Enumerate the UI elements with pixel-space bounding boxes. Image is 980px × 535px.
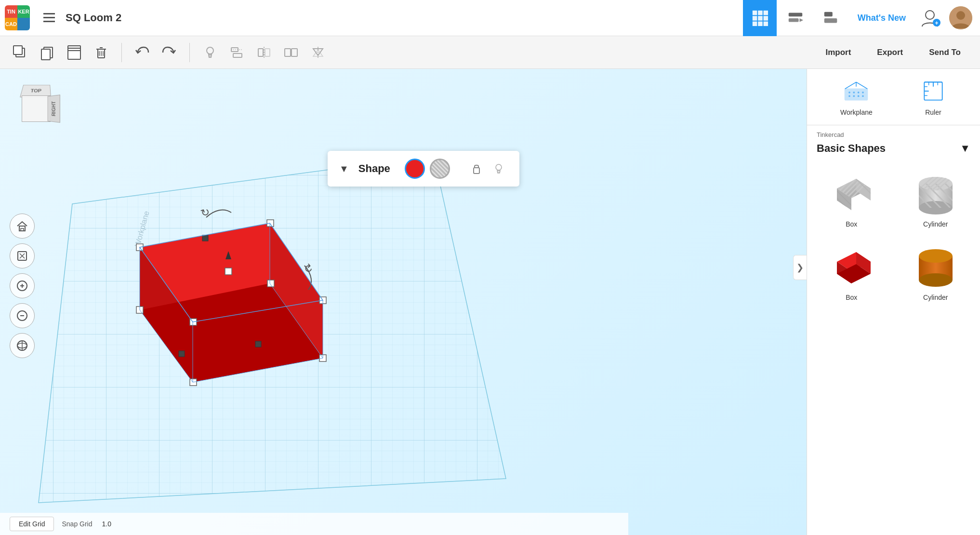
shape-panel-title: Shape (358, 162, 390, 175)
hole-button[interactable] (430, 159, 450, 179)
3d-box[interactable]: ↻ ↻ (87, 180, 357, 450)
svg-rect-11 (763, 22, 768, 26)
svg-rect-53 (21, 228, 24, 231)
fit-view-button[interactable] (10, 243, 35, 268)
shapes-dropdown[interactable]: Basic Shapes ▼ (817, 139, 970, 158)
nav-simulation-button[interactable] (814, 0, 848, 36)
orientation-cube[interactable]: TOP RIGHT (14, 83, 58, 127)
shape-box-solid-label: Box (846, 294, 857, 301)
tinkercad-logo[interactable]: TIN KER CAD (5, 5, 30, 30)
ruler-tool[interactable]: Ruler (920, 78, 947, 116)
nav-3d-button[interactable] (743, 0, 777, 36)
svg-rect-6 (753, 16, 757, 20)
group-button[interactable] (278, 40, 304, 65)
svg-rect-95 (845, 89, 868, 100)
svg-rect-23 (13, 46, 22, 54)
home-view-button[interactable] (10, 214, 35, 239)
import-button[interactable]: Import (814, 42, 862, 63)
shapes-source: Tinkercad (817, 131, 970, 138)
svg-rect-25 (41, 49, 50, 60)
sidebar-collapse-handle[interactable]: ❯ (793, 255, 807, 280)
bottom-bar: Edit Grid Snap Grid 1.0 (0, 513, 628, 535)
top-navigation: TIN KER CAD SQ Loom 2 (0, 0, 980, 36)
user-avatar (949, 6, 972, 29)
svg-point-17 (926, 11, 934, 19)
logo-i: KER (17, 5, 30, 18)
svg-point-106 (862, 95, 864, 97)
shape-box-solid[interactable]: Box (812, 238, 891, 306)
lock-button[interactable] (467, 160, 486, 178)
user-button[interactable]: + (915, 0, 944, 36)
lightbulb-button[interactable] (198, 40, 223, 65)
right-sidebar: Workplane Ruler Tinke (807, 69, 980, 535)
delete-button[interactable] (89, 40, 114, 65)
svg-rect-8 (763, 16, 768, 20)
undo-button[interactable] (130, 40, 155, 65)
svg-line-97 (856, 82, 867, 89)
avatar-button[interactable] (946, 0, 975, 36)
logo-n: CAD (5, 18, 17, 30)
svg-rect-0 (43, 13, 55, 14)
svg-text:+: + (935, 20, 938, 27)
sep-1 (121, 43, 122, 62)
align-button[interactable] (225, 40, 250, 65)
cube-right-face: RIGHT (48, 94, 60, 123)
svg-point-154 (919, 249, 953, 263)
svg-rect-7 (758, 16, 762, 20)
clipboard-group (8, 40, 114, 65)
history-group (130, 40, 182, 65)
svg-rect-1 (43, 17, 55, 18)
flip-button[interactable] (305, 40, 331, 65)
duplicate-button[interactable] (8, 40, 33, 65)
svg-rect-4 (758, 11, 762, 15)
svg-rect-3 (753, 11, 757, 15)
shape-cylinder-solid[interactable]: Cylinder (896, 238, 976, 306)
logo-k (17, 18, 30, 30)
shape-cylinder-solid-label: Cylinder (923, 294, 948, 301)
svg-rect-44 (291, 49, 297, 56)
project-title[interactable]: SQ Loom 2 (66, 12, 743, 24)
svg-text:↻: ↻ (199, 205, 211, 220)
grid-menu-button[interactable] (37, 5, 62, 30)
nav-codeblocks-button[interactable] (779, 0, 812, 36)
whats-new-button[interactable]: What's New (850, 0, 914, 36)
svg-rect-40 (258, 49, 263, 56)
main-area: Workplane TOP RIGHT (0, 69, 980, 535)
shape-panel-dropdown[interactable]: ▼ (339, 163, 349, 174)
svg-point-105 (858, 95, 860, 97)
view-controls (10, 214, 35, 358)
mirror-button[interactable] (252, 40, 277, 65)
paste-button[interactable] (62, 40, 87, 65)
shape-cylinder-outline[interactable]: Cylinder (896, 164, 976, 233)
shape-box-outline[interactable]: Box (812, 164, 891, 233)
shape-cylinder-outline-label: Cylinder (923, 220, 948, 228)
svg-rect-41 (265, 49, 270, 56)
svg-rect-92 (474, 168, 479, 174)
shapes-grid: Box (807, 160, 980, 311)
svg-rect-15 (824, 12, 832, 16)
shapes-dropdown-arrow: ▼ (960, 142, 970, 155)
svg-rect-74 (267, 280, 274, 287)
perspective-button[interactable] (10, 333, 35, 358)
svg-rect-38 (233, 54, 242, 57)
redo-button[interactable] (157, 40, 182, 65)
edit-grid-button[interactable]: Edit Grid (10, 517, 54, 531)
svg-rect-10 (758, 22, 762, 26)
workplane-tool[interactable]: Workplane (840, 78, 873, 116)
solid-color-button[interactable] (405, 159, 425, 179)
zoom-in-button[interactable] (10, 273, 35, 298)
copy-button[interactable] (35, 40, 60, 65)
export-button[interactable]: Export (865, 42, 914, 63)
svg-point-101 (858, 92, 860, 94)
zoom-out-button[interactable] (10, 303, 35, 328)
send-to-button[interactable]: Send To (917, 42, 972, 63)
lightbulb-toggle-button[interactable] (490, 160, 508, 178)
svg-rect-28 (68, 51, 80, 59)
svg-rect-77 (202, 235, 208, 241)
view-group (198, 40, 331, 65)
workplane-label: Workplane (840, 108, 873, 116)
snap-grid-label: Snap Grid (62, 520, 92, 528)
viewport[interactable]: Workplane TOP RIGHT (0, 69, 807, 535)
shape-box-outline-label: Box (846, 220, 857, 228)
sidebar-tools: Workplane Ruler (807, 69, 980, 125)
